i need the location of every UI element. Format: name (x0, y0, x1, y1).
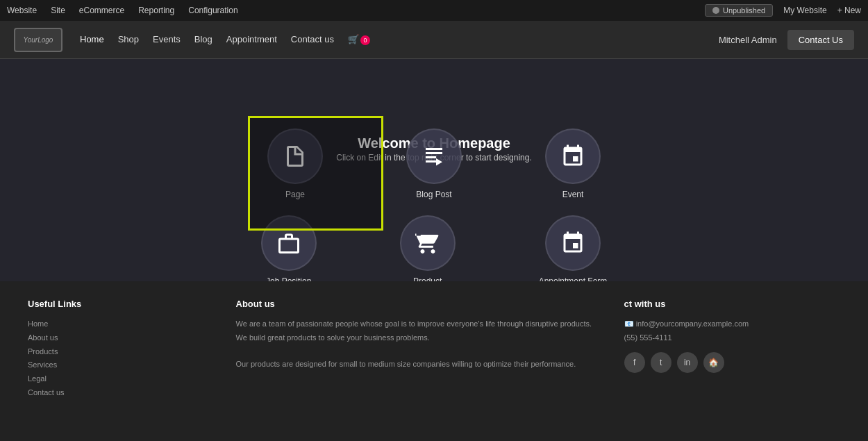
page-svg-icon (283, 144, 308, 169)
appointmentform-circle[interactable] (545, 215, 601, 271)
footer-link-contact[interactable]: Contact us (28, 386, 208, 400)
nav-events[interactable]: Events (153, 34, 181, 45)
event-circle[interactable] (545, 128, 601, 184)
product-icon-item[interactable]: Product (400, 215, 456, 286)
main-content: Welcome to Homepage Click on Edit in the… (0, 59, 868, 441)
footer-link-legal[interactable]: Legal (28, 372, 208, 386)
nav-home[interactable]: Home (80, 34, 104, 45)
appointmentform-icon-item[interactable]: Appointment Form (539, 215, 608, 286)
blogpost-label: Blog Post (416, 190, 451, 199)
admin-bar: Website Site eCommerce Reporting Configu… (0, 0, 868, 21)
jobposition-circle[interactable] (261, 215, 317, 271)
page-label: Page (285, 190, 305, 199)
admin-nav-configuration[interactable]: Configuration (188, 6, 237, 15)
blogpost-icon-item[interactable]: Blog Post (406, 128, 462, 199)
admin-nav-ecommerce[interactable]: eCommerce (79, 6, 124, 15)
footer-useful-links-title: Useful Links (28, 299, 208, 309)
footer-link-services[interactable]: Services (28, 358, 208, 372)
blogpost-circle[interactable] (406, 128, 462, 184)
navbar: YourLogo Home Shop Events Blog Appointme… (0, 21, 868, 59)
email-icon: 📧 (624, 319, 634, 328)
admin-bar-right: Unpublished My Website + New (705, 4, 861, 17)
footer-connect-email: 📧 info@yourcompany.example.com (624, 317, 840, 331)
blogpost-svg-icon (422, 144, 446, 169)
footer-connect: ct with us 📧 info@yourcompany.example.co… (624, 299, 840, 424)
social-icons: f t in 🏠 (624, 352, 840, 373)
admin-nav-reporting[interactable]: Reporting (138, 6, 174, 15)
footer: Useful Links Home About us Products Serv… (0, 281, 868, 441)
logo: YourLogo (14, 28, 62, 52)
contact-us-button[interactable]: Contact Us (787, 30, 854, 50)
logo-text: YourLogo (24, 36, 53, 44)
footer-about-text1: We are a team of passionate people whose… (236, 317, 596, 345)
product-circle[interactable] (400, 215, 456, 271)
cart-badge: 0 (360, 35, 370, 45)
footer-connect-phone: (55) 555-4111 (624, 331, 840, 345)
nav-appointment[interactable]: Appointment (226, 34, 277, 45)
footer-about-title: About us (236, 299, 596, 309)
event-icon-item[interactable]: Event (545, 128, 601, 199)
page-circle[interactable] (267, 128, 323, 184)
navbar-right: Mitchell Admin Contact Us (719, 30, 854, 50)
footer-about-us: About us We are a team of passionate peo… (236, 299, 596, 424)
social-home[interactable]: 🏠 (703, 352, 724, 373)
navbar-left: YourLogo Home Shop Events Blog Appointme… (14, 28, 370, 52)
footer-link-products[interactable]: Products (28, 345, 208, 359)
my-website-button[interactable]: My Website (783, 6, 826, 15)
jobposition-svg-icon (276, 231, 301, 256)
social-facebook[interactable]: f (624, 352, 645, 373)
footer-link-home[interactable]: Home (28, 317, 208, 331)
unpublished-label: Unpublished (723, 6, 765, 15)
page-icon-item[interactable]: Page (267, 128, 323, 199)
footer-link-about[interactable]: About us (28, 331, 208, 345)
unpublished-dot (712, 7, 719, 14)
product-svg-icon (415, 231, 440, 256)
cart-icon[interactable]: 🛒0 (348, 34, 370, 45)
jobposition-icon-item[interactable]: Job Position (261, 215, 317, 286)
icon-row-1: Page Blog Post Event (267, 128, 601, 199)
admin-nav: Website Site eCommerce Reporting Configu… (7, 6, 238, 15)
appointmentform-svg-icon (560, 231, 585, 256)
admin-nav-site[interactable]: Site (51, 6, 65, 15)
footer-email: info@yourcompany.example.com (636, 319, 749, 328)
social-linkedin[interactable]: in (677, 352, 698, 373)
nav-shop[interactable]: Shop (118, 34, 139, 45)
admin-user-menu[interactable]: Mitchell Admin (719, 35, 777, 45)
event-label: Event (562, 190, 584, 199)
nav-contact[interactable]: Contact us (291, 34, 334, 45)
event-svg-icon (560, 144, 585, 169)
unpublished-button[interactable]: Unpublished (705, 4, 773, 17)
footer-useful-links: Useful Links Home About us Products Serv… (28, 299, 208, 424)
social-twitter[interactable]: t (651, 352, 671, 373)
footer-about-text2: Our products are designed for small to m… (236, 358, 596, 372)
footer-connect-title: ct with us (624, 299, 840, 309)
nav-links: Home Shop Events Blog Appointment Contac… (80, 34, 370, 45)
admin-nav-website[interactable]: Website (7, 6, 37, 15)
new-button[interactable]: + New (837, 6, 861, 15)
icon-row-2: Job Position Product Appointment F (261, 215, 608, 286)
nav-blog[interactable]: Blog (194, 34, 212, 45)
